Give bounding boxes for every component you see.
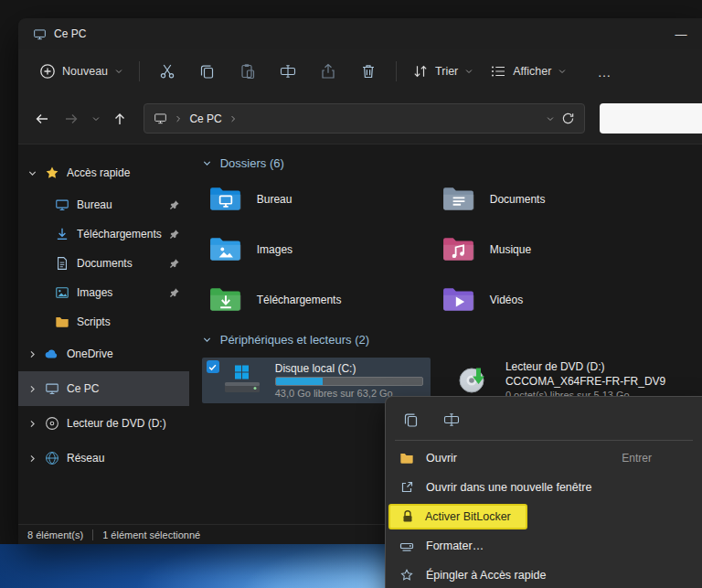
pin-icon xyxy=(169,258,180,269)
menu-item-label: Activer BitLocker xyxy=(425,510,511,523)
menu-item-activate-bitlocker[interactable]: Activer BitLocker xyxy=(386,502,702,531)
menu-item-open[interactable]: Ouvrir Entrer xyxy=(386,444,702,473)
rename-icon xyxy=(280,63,296,80)
chevron-right-icon[interactable] xyxy=(27,419,37,429)
cloud-icon xyxy=(45,347,59,361)
folder-label: Musique xyxy=(490,243,531,256)
rename-button[interactable] xyxy=(268,55,308,88)
toolbar-divider xyxy=(139,61,140,81)
back-button[interactable] xyxy=(29,106,55,132)
share-button[interactable] xyxy=(308,55,348,88)
pin-to-quick-access-icon xyxy=(399,568,414,583)
arrow-right-icon xyxy=(64,112,79,126)
more-options-button[interactable]: … xyxy=(588,55,621,88)
view-button[interactable]: Afficher xyxy=(482,57,575,86)
view-icon xyxy=(490,63,506,80)
cut-button[interactable] xyxy=(147,55,187,88)
new-button[interactable]: Nouveau xyxy=(31,57,132,86)
chevron-down-icon xyxy=(91,114,101,123)
chevron-down-icon[interactable] xyxy=(27,168,37,178)
section-drives-header[interactable]: Périphériques et lecteurs (2) xyxy=(202,330,702,348)
folder-label: Images xyxy=(257,243,292,256)
section-folders-header[interactable]: Dossiers (6) xyxy=(202,154,702,172)
document-icon xyxy=(55,256,69,271)
forward-button[interactable] xyxy=(58,106,84,132)
minimize-glyph: — xyxy=(675,27,687,41)
pin-icon xyxy=(169,199,180,210)
folder-item-music[interactable]: Musique xyxy=(442,224,675,274)
arrow-up-icon xyxy=(112,112,127,126)
search-box[interactable] xyxy=(600,103,702,134)
quick-access-star-icon xyxy=(45,166,59,180)
menu-item-open-new-window[interactable]: Ouvrir dans une nouvelle fenêtre xyxy=(386,473,702,502)
up-button[interactable] xyxy=(108,106,133,132)
chevron-right-icon xyxy=(229,114,238,123)
videos-folder-icon xyxy=(442,286,475,314)
folder-label: Bureau xyxy=(257,193,292,206)
selection-checkbox[interactable] xyxy=(207,360,219,373)
menu-item-pin-quick-access[interactable]: Épingler à Accès rapide xyxy=(386,561,702,588)
command-bar: Nouveau Trier Afficher … xyxy=(18,49,702,93)
rename-icon xyxy=(443,412,460,428)
sidebar-item-pictures[interactable]: Images xyxy=(18,278,189,307)
folder-label: Vidéos xyxy=(490,294,523,306)
menu-item-label: Ouvrir xyxy=(426,452,457,465)
chevron-right-icon[interactable] xyxy=(27,349,37,359)
section-title: Dossiers (6) xyxy=(220,156,284,170)
disc-icon xyxy=(45,416,59,431)
sidebar-item-label: OneDrive xyxy=(67,347,189,360)
menu-divider xyxy=(395,440,693,441)
folder-label: Documents xyxy=(490,193,546,206)
menu-item-format[interactable]: Formater… xyxy=(386,531,702,561)
folder-item-videos[interactable]: Vidéos xyxy=(442,274,675,325)
sidebar-item-label: Réseau xyxy=(67,452,189,465)
sidebar-item-onedrive[interactable]: OneDrive xyxy=(18,337,189,371)
copy-button[interactable] xyxy=(187,55,228,88)
sidebar-item-label: Scripts xyxy=(77,315,189,328)
copy-button[interactable] xyxy=(395,406,428,433)
pictures-folder-icon xyxy=(209,236,242,263)
computer-icon xyxy=(154,112,167,125)
sidebar-item-dvd-drive[interactable]: Lecteur de DVD (D:) xyxy=(18,406,189,441)
sidebar-item-this-pc[interactable]: Ce PC xyxy=(18,371,189,406)
delete-button[interactable] xyxy=(348,55,388,88)
sidebar-item-network[interactable]: Réseau xyxy=(18,441,189,476)
navigation-bar: Ce PC xyxy=(18,93,702,144)
sort-button[interactable]: Trier xyxy=(404,57,482,86)
menu-item-label: Ouvrir dans une nouvelle fenêtre xyxy=(426,481,591,494)
address-bar[interactable]: Ce PC xyxy=(144,103,584,134)
breadcrumb-ce-pc[interactable]: Ce PC xyxy=(189,112,221,125)
globe-icon xyxy=(45,451,59,465)
copy-icon xyxy=(403,412,420,428)
arrow-left-icon xyxy=(35,112,49,126)
minimize-button[interactable]: — xyxy=(660,18,702,49)
drive-info: Lecteur de DVD (D:) CCCOMA_X64FRE-FR-FR_… xyxy=(505,360,665,401)
sidebar-item-scripts[interactable]: Scripts xyxy=(18,307,189,337)
sort-icon xyxy=(412,63,429,80)
chevron-right-icon[interactable] xyxy=(27,454,37,464)
chevron-down-icon[interactable] xyxy=(546,114,555,123)
explorer-tab[interactable]: Ce PC xyxy=(33,27,86,41)
cut-icon xyxy=(159,63,176,80)
chevron-right-icon[interactable] xyxy=(27,384,37,394)
context-menu-quick-actions xyxy=(386,402,702,437)
paste-button[interactable] xyxy=(228,55,268,88)
sidebar-item-downloads[interactable]: Téléchargements xyxy=(18,219,189,249)
rename-button[interactable] xyxy=(435,406,468,433)
folder-item-downloads[interactable]: Téléchargements xyxy=(209,274,442,325)
toolbar-divider xyxy=(396,61,397,81)
history-dropdown-button[interactable] xyxy=(88,106,104,132)
sidebar-item-quick-access[interactable]: Accès rapide xyxy=(18,155,189,190)
folder-item-desktop[interactable]: Bureau xyxy=(209,174,442,224)
chevron-down-icon xyxy=(558,67,567,76)
sidebar-item-desktop[interactable]: Bureau xyxy=(18,190,189,219)
refresh-icon[interactable] xyxy=(561,112,575,125)
sidebar-item-documents[interactable]: Documents xyxy=(18,249,189,278)
check-icon xyxy=(207,362,218,372)
sidebar-item-label: Bureau xyxy=(77,198,162,211)
desktop: Ce PC — Nouveau Trier xyxy=(0,0,702,588)
folder-item-documents[interactable]: Documents xyxy=(442,174,675,224)
folder-item-pictures[interactable]: Images xyxy=(209,224,442,274)
sidebar-item-label: Accès rapide xyxy=(67,166,189,179)
copy-icon xyxy=(199,63,216,80)
